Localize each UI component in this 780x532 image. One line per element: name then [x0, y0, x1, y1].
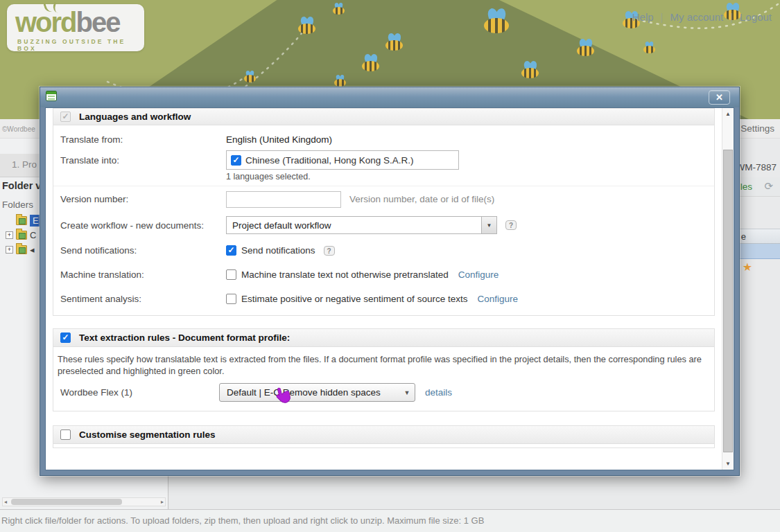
scroll-left-icon[interactable]: ◂: [4, 498, 7, 506]
chevron-down-icon: ▼: [399, 389, 415, 396]
bee-icon: [521, 61, 539, 78]
language-checkbox[interactable]: [231, 155, 241, 166]
copyright-text: ©Wordbee: [2, 125, 35, 133]
details-link[interactable]: details: [425, 387, 452, 398]
link-separator: |: [661, 11, 664, 23]
version-number-input[interactable]: [226, 191, 341, 208]
sentiment-analysis-row: Sentiment analysis: Estimate positive or…: [53, 287, 714, 311]
link-separator: |: [730, 11, 733, 23]
status-bar: Right click file/folder for actions. To …: [0, 509, 780, 532]
format-profile-value: Default | E-C Remove hidden spaces: [220, 387, 399, 398]
wordbee-logo: wordbee BUZZING OUTSIDE THE BOX: [7, 4, 144, 51]
machine-translation-checkbox[interactable]: [226, 269, 236, 280]
segmentation-checkbox[interactable]: [60, 429, 71, 440]
machine-translation-row: Machine translation: Machine translate t…: [53, 263, 714, 287]
section-segmentation: Customise segmentation rules: [53, 425, 715, 448]
scroll-right-icon[interactable]: ▸: [161, 498, 164, 506]
field-label: Send notifications:: [60, 245, 226, 256]
workflow-select[interactable]: Project default workflow ▼: [226, 216, 497, 234]
section-checkbox-disabled: [60, 112, 71, 122]
help-icon[interactable]: ?: [505, 220, 517, 230]
refresh-icon[interactable]: ⟳: [764, 180, 773, 193]
sentiment-checkbox[interactable]: [226, 294, 236, 304]
upload-settings-dialog: ✕ Languages and workflow Translate from:…: [40, 87, 740, 476]
wizard-step-tab[interactable]: 1. Pro: [12, 159, 37, 170]
bee-icon: [362, 54, 379, 71]
field-label: Machine translation:: [60, 269, 226, 280]
status-text: Right click file/folder for actions. To …: [1, 515, 484, 526]
field-label: Translate into:: [60, 150, 226, 166]
checkbox-label: Estimate positive or negative sentiment …: [241, 294, 467, 304]
bee-icon: [333, 3, 345, 15]
star-icon[interactable]: ★: [743, 260, 752, 274]
section-title: Text extraction rules - Document format …: [79, 332, 290, 343]
dialog-body: Languages and workflow Translate from: E…: [45, 107, 734, 470]
translate-into-row: Translate into: Chinese (Traditional, Ho…: [53, 149, 714, 181]
bee-icon: [577, 39, 594, 56]
scroll-down-icon[interactable]: ▼: [722, 461, 734, 467]
logo-bee: bee: [76, 7, 120, 37]
bee-icon: [298, 17, 315, 34]
section-languages-workflow: Languages and workflow Translate from: E…: [53, 108, 715, 316]
horizontal-scrollbar[interactable]: ◂ ▸: [2, 497, 166, 506]
workflow-row: Create workflow - new documents: Project…: [53, 212, 714, 238]
close-button[interactable]: ✕: [709, 90, 730, 105]
send-notifications-row: Send notifications: Send notifications ?: [53, 238, 714, 263]
column-header[interactable]: e: [741, 231, 746, 242]
languages-selected-summary: 1 languages selected.: [226, 172, 459, 181]
wordbee-flex-row: Wordbee Flex (1) Default | E-C Remove hi…: [53, 379, 714, 407]
bee-icon: [334, 75, 346, 87]
notifications-checkbox[interactable]: [226, 245, 236, 256]
files-link[interactable]: les: [740, 181, 752, 192]
project-code: WM-7887: [736, 162, 777, 172]
target-languages-group: Chinese (Traditional, Hong Kong S.A.R.) …: [226, 150, 459, 181]
bee-icon: [385, 33, 403, 51]
section-header: Customise segmentation rules: [53, 426, 714, 444]
scroll-up-icon[interactable]: ▲: [722, 111, 734, 117]
settings-link[interactable]: Settings: [740, 123, 774, 134]
extraction-description: These rules specify how translatable tex…: [53, 347, 714, 379]
dialog-titlebar[interactable]: ✕: [40, 87, 739, 107]
help-link[interactable]: Help: [632, 11, 654, 23]
my-account-link[interactable]: My account: [670, 11, 724, 23]
format-profile-select[interactable]: Default | E-C Remove hidden spaces ▼: [219, 383, 415, 402]
tree-item-label[interactable]: C: [30, 230, 36, 240]
scrollbar-thumb[interactable]: [11, 499, 122, 505]
configure-link[interactable]: Configure: [477, 294, 518, 304]
translate-from-value: English (United Kingdom): [226, 134, 332, 145]
configure-link[interactable]: Configure: [458, 269, 499, 280]
logo-text: wordbee: [15, 8, 144, 36]
dialog-content: Languages and workflow Translate from: E…: [46, 108, 722, 470]
language-label: Chinese (Traditional, Hong Kong S.A.R.): [245, 155, 414, 166]
folder-icon: [16, 231, 27, 240]
checkbox-label: Send notifications: [241, 245, 315, 256]
section-header: Languages and workflow: [53, 109, 714, 125]
translate-from-row: Translate from: English (United Kingdom): [53, 125, 714, 149]
logo-tagline: BUZZING OUTSIDE THE BOX: [15, 38, 144, 52]
chevron-down-icon[interactable]: ▼: [481, 217, 496, 233]
section-text-extraction: Text extraction rules - Document format …: [53, 328, 715, 411]
scrollbar-thumb[interactable]: [723, 150, 733, 452]
expander-icon[interactable]: +: [6, 246, 13, 254]
bee-icon: [484, 8, 509, 33]
tree-item-label[interactable]: ◂: [30, 245, 35, 255]
extraction-checkbox[interactable]: [60, 332, 71, 343]
bee-icon: [643, 42, 655, 53]
section-header: Text extraction rules - Document format …: [53, 329, 714, 347]
version-hint: Version number, date or id of file(s): [349, 194, 494, 204]
field-label: Translate from:: [60, 134, 226, 145]
bee-icon: [244, 71, 256, 82]
folder-icon: [16, 245, 27, 254]
expander-icon[interactable]: +: [6, 231, 13, 239]
document-icon: [46, 91, 57, 101]
folder-view-title: Folder v: [2, 180, 41, 191]
logout-link[interactable]: Logout: [740, 11, 772, 23]
field-label: Wordbee Flex (1): [60, 387, 219, 398]
field-label: Create workflow - new documents:: [60, 220, 226, 231]
logo-word: word: [15, 7, 76, 37]
help-icon[interactable]: ?: [324, 246, 335, 256]
target-language-option[interactable]: Chinese (Traditional, Hong Kong S.A.R.): [226, 150, 459, 170]
section-title: Customise segmentation rules: [79, 429, 216, 440]
version-number-row: Version number: Version number, date or …: [53, 186, 714, 212]
dialog-scrollbar[interactable]: ▲ ▼: [722, 108, 734, 470]
